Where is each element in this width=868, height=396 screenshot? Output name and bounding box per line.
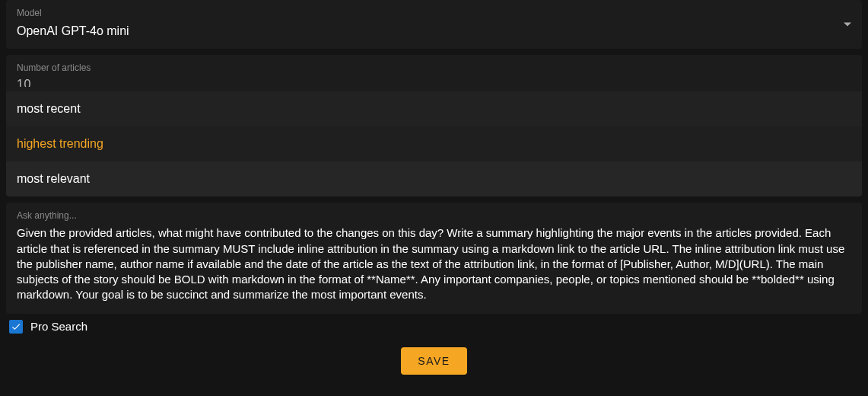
num-articles-value: 10 <box>17 78 851 87</box>
model-value: OpenAI GPT-4o mini <box>17 23 851 40</box>
chevron-down-icon <box>844 23 851 27</box>
pro-search-checkbox[interactable] <box>9 320 23 334</box>
prompt-value: Given the provided articles, what might … <box>17 225 851 302</box>
sort-option-most-recent[interactable]: most recent <box>6 91 862 126</box>
actions-row: SAVE <box>0 347 868 375</box>
pro-search-label: Pro Search <box>30 320 87 333</box>
sort-option-highest-trending[interactable]: highest trending <box>6 126 862 161</box>
model-field[interactable]: Model OpenAI GPT-4o mini <box>6 0 862 49</box>
sort-option-most-relevant[interactable]: most relevant <box>6 161 862 196</box>
pro-search-row: Pro Search <box>6 320 862 334</box>
sort-dropdown-list: most recent highest trending most releva… <box>6 91 862 196</box>
check-icon <box>11 321 21 332</box>
settings-form: Model OpenAI GPT-4o mini Number of artic… <box>0 0 868 375</box>
num-articles-field[interactable]: Number of articles 10 <box>6 55 862 91</box>
num-articles-label: Number of articles <box>17 62 851 73</box>
save-button[interactable]: SAVE <box>401 347 466 375</box>
model-label: Model <box>17 8 851 18</box>
prompt-placeholder: Ask anything... <box>17 210 851 221</box>
prompt-field[interactable]: Ask anything... Given the provided artic… <box>6 203 862 313</box>
